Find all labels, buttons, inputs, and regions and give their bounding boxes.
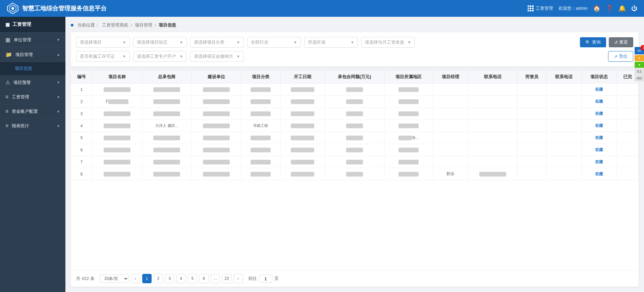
select-permit[interactable]: 是否有施工许可证 ▼	[76, 51, 130, 62]
table-row[interactable]: 5 张...在建	[71, 132, 639, 144]
page-2-button[interactable]: 2	[154, 274, 163, 283]
table-cell: 5	[71, 132, 93, 144]
table-cell: 8	[71, 168, 93, 180]
table-cell	[518, 168, 546, 180]
filter-actions-2: ↗ 导出	[608, 51, 633, 62]
page-6-button[interactable]: 6	[199, 274, 209, 283]
unit-mgmt-arrow: ▼	[57, 38, 60, 42]
goto-label: 前往	[248, 276, 257, 282]
home-icon[interactable]: 🏠	[593, 5, 600, 12]
table-cell	[433, 84, 468, 96]
select-category-label: 请选择项目分类	[194, 39, 224, 45]
module-name: 工资管理	[536, 5, 553, 11]
table-cell	[192, 168, 241, 180]
content-area: 当前位置： 工资管理系统 / 项目管理 / 项目信息 请选择项目 ▼ 请选择项目…	[65, 17, 644, 292]
sidebar-item-project-warning[interactable]: ⚠ 项目预警 ▼	[0, 75, 65, 90]
table-row[interactable]: 8 郭乐 在建	[71, 168, 639, 180]
table-cell	[192, 156, 241, 168]
table-cell	[192, 108, 241, 120]
page-ellipsis: ...	[211, 274, 220, 283]
col-name: 项目名称	[93, 70, 142, 84]
right-float-item-3[interactable]: ●	[635, 62, 644, 68]
table-cell	[468, 132, 518, 144]
right-float-badge-wrap[interactable]: IEt 1	[635, 47, 644, 54]
right-float-item-2[interactable]: ●	[635, 55, 644, 61]
table-cell	[433, 144, 468, 156]
select-deposit[interactable]: 请选择保证金缴纳方 ▼	[190, 51, 244, 62]
notification-badge: 1	[641, 45, 644, 50]
table-cell	[280, 156, 325, 168]
sidebar-item-project-mgmt[interactable]: 📁 项目管理 ▲	[0, 47, 65, 62]
power-icon[interactable]: ⏻	[631, 5, 637, 12]
select-wage-acct-arrow: ▼	[179, 54, 183, 58]
sidebar-item-unit-mgmt[interactable]: ▦ 单位管理 ▼	[0, 33, 65, 47]
table-cell	[325, 84, 384, 96]
page-1-button[interactable]: 1	[142, 274, 152, 283]
table-cell: 6	[71, 144, 93, 156]
col-id: 编号	[71, 70, 93, 84]
select-industry-arrow: ▼	[293, 40, 297, 44]
col-region: 项目所属地区	[384, 70, 433, 84]
select-area[interactable]: 所选区域 ▼	[304, 37, 358, 48]
sidebar-item-project-info[interactable]: 项目信息	[0, 62, 65, 75]
reset-button[interactable]: ↺ 重置	[609, 37, 633, 47]
module-switcher[interactable]: 工资管理	[528, 5, 553, 11]
table-row[interactable]: 4 大洋人 建区... 市政工程 在建	[71, 120, 639, 132]
goto-input[interactable]	[259, 275, 272, 283]
table-cell	[546, 132, 581, 144]
table-row[interactable]: 2F 在建	[71, 96, 639, 108]
table-cell	[142, 132, 192, 144]
table-row[interactable]: 7 在建	[71, 156, 639, 168]
page-22-button[interactable]: 22	[222, 274, 231, 283]
select-project[interactable]: 请选择项目 ▼	[76, 37, 130, 48]
page-3-button[interactable]: 3	[165, 274, 174, 283]
page-5-button[interactable]: 5	[188, 274, 197, 283]
select-wage-month[interactable]: 请选择当月工资发放 ▼	[361, 37, 415, 48]
select-industry[interactable]: 全部行业 ▼	[247, 37, 301, 48]
table-cell	[241, 144, 280, 156]
select-deposit-label: 请选择保证金缴纳方	[194, 53, 233, 59]
select-permit-arrow: ▼	[122, 54, 126, 58]
table-cell: 在建	[581, 144, 616, 156]
export-icon: ↗	[614, 54, 618, 59]
prev-page-button[interactable]: ‹	[131, 274, 140, 283]
table-cell: 大洋人 建区...	[142, 120, 192, 132]
table-cell	[142, 168, 192, 180]
sidebar-item-fund-acct[interactable]: ≡ 资金账户配置 ▼	[0, 104, 65, 119]
breadcrumb: 当前位置： 工资管理系统 / 项目管理 / 项目信息	[71, 22, 639, 28]
right-float-total[interactable]: 422	[635, 75, 644, 81]
next-page-button[interactable]: ›	[233, 274, 243, 283]
table-scroll[interactable]: 编号 项目名称 总承包商 建设单位 项目分类 开工日期 承包合同额(万元) 项目…	[71, 70, 639, 270]
select-status[interactable]: 请选择项目状态 ▼	[133, 37, 187, 48]
sidebar-item-wage-mgmt[interactable]: ≡ 工资管理 ▼	[0, 90, 65, 104]
sidebar-item-report-stats[interactable]: ≡ 报表统计 ▼	[0, 119, 65, 133]
page-size-select[interactable]: 20条/页 50条/页 100条/页	[100, 275, 129, 283]
wage-mgmt-arrow: ▼	[57, 95, 60, 99]
table-row[interactable]: 1 在建	[71, 84, 639, 96]
project-warning-icon: ⚠	[5, 79, 10, 86]
table-cell: 在建	[581, 96, 616, 108]
right-float-count[interactable]: 0.1	[635, 68, 644, 75]
page-4-button[interactable]: 4	[176, 274, 186, 283]
bell-icon[interactable]: 🔔	[619, 5, 626, 12]
report-stats-label: 报表统计	[12, 123, 29, 129]
select-category-arrow: ▼	[236, 40, 240, 44]
table-cell	[616, 96, 639, 108]
report-stats-arrow: ▼	[57, 124, 60, 128]
fund-acct-label: 资金账户配置	[12, 108, 38, 114]
table-row[interactable]: 3 在建	[71, 108, 639, 120]
help-icon[interactable]: ❓	[606, 5, 613, 12]
table-cell	[192, 84, 241, 96]
table-cell: 4	[71, 120, 93, 132]
filters-panel: 请选择项目 ▼ 请选择项目状态 ▼ 请选择项目分类 ▼ 全部行业 ▼ 所选区域	[71, 32, 639, 66]
export-button[interactable]: ↗ 导出	[608, 51, 633, 62]
select-category[interactable]: 请选择项目分类 ▼	[190, 37, 244, 48]
table-row[interactable]: 6 在建	[71, 144, 639, 156]
table-cell: 1	[71, 84, 93, 96]
select-wage-acct[interactable]: 请选择工资专户开户 ▼	[133, 51, 187, 62]
logo-icon	[7, 2, 19, 14]
query-button[interactable]: 🔍 查询	[580, 37, 606, 47]
table-cell	[433, 96, 468, 108]
table-cell	[192, 96, 241, 108]
table-cell	[616, 144, 639, 156]
